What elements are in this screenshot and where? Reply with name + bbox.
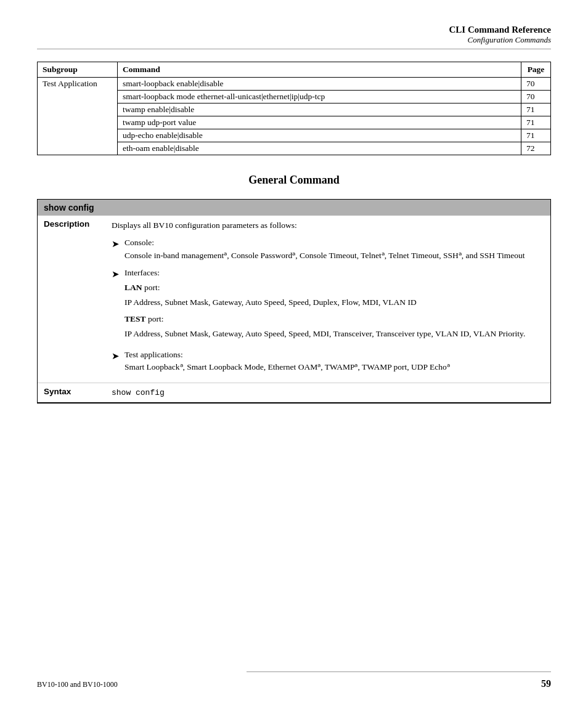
arrow-icon: ➤ — [112, 349, 120, 363]
item-title: Interfaces: — [125, 267, 544, 279]
arrow-item: ➤Console:Console in-band managementᵃ, Co… — [112, 237, 544, 262]
col-page: Page — [521, 62, 551, 78]
header-divider — [37, 49, 551, 49]
footer-right: 59 — [541, 678, 551, 689]
command-cell: twamp enable|disable — [118, 103, 521, 116]
command-detail-row: DescriptionDisplays all BV10 configurati… — [38, 216, 550, 383]
command-cell: udp-echo enable|disable — [118, 129, 521, 142]
col-subgroup: Subgroup — [38, 62, 118, 78]
page-cell: 70 — [521, 78, 551, 91]
footer: BV10-100 and BV10-1000 59 — [37, 678, 551, 689]
row-content: show config — [112, 387, 544, 399]
command-cell: smart-loopback mode ethernet-all-unicast… — [118, 91, 521, 103]
command-cell: smart-loopback enable|disable — [118, 78, 521, 91]
footer-left: BV10-100 and BV10-1000 — [37, 680, 118, 689]
item-detail: Smart Loopbackᵃ, Smart Loopback Mode, Et… — [125, 361, 544, 373]
row-label: Syntax — [44, 387, 112, 396]
command-cell: twamp udp-port value — [118, 116, 521, 129]
bold-label: LAN — [125, 283, 142, 292]
arrow-content: Test applications:Smart Loopbackᵃ, Smart… — [125, 349, 544, 374]
subsection-detail: IP Address, Subnet Mask, Gateway, Auto S… — [125, 328, 544, 340]
subsection-detail: IP Address, Subnet Mask, Gateway, Auto S… — [125, 296, 544, 309]
header-subtitle: Configuration Commands — [37, 35, 551, 45]
header: CLI Command Reference Configuration Comm… — [37, 25, 551, 45]
page-cell: 71 — [521, 103, 551, 116]
arrow-icon: ➤ — [112, 237, 120, 251]
arrow-content: Console:Console in-band managementᵃ, Con… — [125, 237, 544, 262]
footer-divider — [247, 671, 551, 672]
header-title: CLI Command Reference — [37, 25, 551, 35]
commands-table: Subgroup Command Page Test Applicationsm… — [37, 62, 551, 155]
page-cell: 71 — [521, 116, 551, 129]
item-title: Test applications: — [125, 349, 544, 361]
arrow-item: ➤Test applications:Smart Loopbackᵃ, Smar… — [112, 349, 544, 374]
subsection: TEST port: — [125, 313, 544, 325]
section-heading: General Command — [37, 174, 551, 187]
bold-label: TEST — [125, 314, 146, 323]
subgroup-cell: Test Application — [38, 78, 118, 155]
arrow-content: Interfaces:LAN port:IP Address, Subnet M… — [125, 267, 544, 344]
arrow-item: ➤Interfaces:LAN port:IP Address, Subnet … — [112, 267, 544, 344]
command-detail-row: Syntaxshow config — [38, 383, 550, 404]
row-content: Displays all BV10 configuration paramete… — [112, 219, 544, 379]
item-title: Console: — [125, 237, 544, 249]
command-cell: eth-oam enable|disable — [118, 142, 521, 155]
subsection: LAN port: — [125, 282, 544, 294]
item-detail: Console in-band managementᵃ, Console Pas… — [125, 249, 544, 262]
command-block: show config DescriptionDisplays all BV10… — [37, 199, 551, 404]
arrow-icon: ➤ — [112, 267, 120, 282]
page: CLI Command Reference Configuration Comm… — [0, 0, 588, 714]
row-label: Description — [44, 219, 112, 229]
description-intro: Displays all BV10 configuration paramete… — [112, 219, 544, 232]
syntax-text: show config — [112, 387, 544, 399]
page-cell: 72 — [521, 142, 551, 155]
command-block-header: show config — [38, 200, 550, 216]
col-command: Command — [118, 62, 521, 78]
page-cell: 71 — [521, 129, 551, 142]
page-cell: 70 — [521, 91, 551, 103]
command-block-body: DescriptionDisplays all BV10 configurati… — [38, 216, 550, 403]
